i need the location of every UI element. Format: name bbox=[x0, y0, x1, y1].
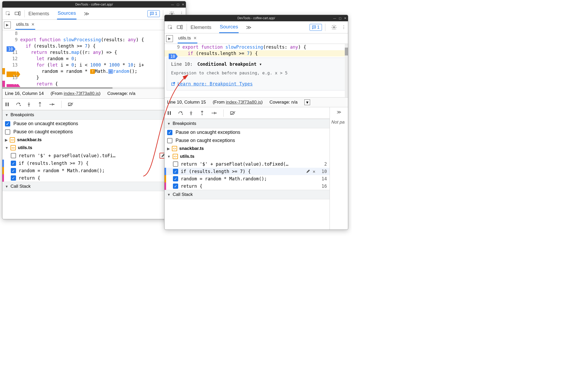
pause-caught-row[interactable]: Pause on caught exceptions bbox=[2, 128, 186, 136]
code-editor[interactable]: 9export function slowProcessing(results:… bbox=[165, 44, 348, 97]
vertical-scrollbar[interactable] bbox=[345, 44, 348, 97]
bp-entry-line: 14 bbox=[320, 176, 327, 181]
close-tab-icon[interactable]: ✕ bbox=[31, 22, 35, 27]
horizontal-scrollbar[interactable] bbox=[2, 87, 186, 89]
file-tab-label: utils.ts bbox=[16, 22, 29, 27]
step-out-icon[interactable] bbox=[38, 102, 44, 107]
pause-uncaught-row[interactable]: ✓ Pause on uncaught exceptions bbox=[165, 128, 330, 136]
source-link[interactable]: index-73f73a80.js bbox=[226, 100, 261, 105]
bp-entry[interactable]: ✓ random = random * Math.random(); 14 bbox=[2, 167, 186, 174]
step-icon[interactable] bbox=[211, 111, 217, 115]
issues-button[interactable]: 1 bbox=[310, 24, 322, 31]
bp-entry[interactable]: ✓ if (results.length >= 7) { 10 bbox=[2, 160, 186, 167]
step-into-icon[interactable] bbox=[189, 111, 195, 115]
bp-entry-code: return '$' + parseFloat(value).toFi… bbox=[19, 153, 160, 158]
inspect-icon[interactable] bbox=[4, 10, 12, 17]
pause-icon[interactable] bbox=[5, 102, 11, 106]
checkbox-icon[interactable] bbox=[167, 138, 172, 143]
file-tab-utils[interactable]: utils.ts ✕ bbox=[178, 34, 197, 43]
close-button[interactable]: ✕ bbox=[182, 3, 184, 6]
tab-more[interactable]: ≫ bbox=[84, 11, 89, 17]
checkbox-checked-icon[interactable]: ✓ bbox=[173, 176, 178, 181]
inspect-icon[interactable] bbox=[167, 24, 174, 31]
checkbox-icon[interactable] bbox=[173, 161, 178, 167]
step-out-icon[interactable] bbox=[200, 111, 206, 115]
step-icon[interactable] bbox=[49, 103, 55, 106]
navigator-toggle-icon[interactable]: ▶ bbox=[166, 35, 173, 42]
bp-entry[interactable]: ✓ random = random * Math.random(); 14 bbox=[165, 175, 330, 182]
tab-more[interactable]: ≫ bbox=[246, 24, 252, 30]
tab-elements[interactable]: Elements bbox=[190, 22, 212, 33]
titlebar: DevTools - coffee-cart.app/ — ▢ ✕ bbox=[2, 1, 186, 8]
tab-sources[interactable]: Sources bbox=[57, 8, 76, 19]
edit-breakpoint-icon[interactable] bbox=[306, 169, 310, 174]
breakpoints-header[interactable]: ▼ Breakpoints bbox=[165, 119, 330, 128]
issues-count: 1 bbox=[155, 11, 157, 16]
close-tab-icon[interactable]: ✕ bbox=[193, 36, 197, 40]
bp-entry-code: random = random * Math.random(); bbox=[19, 168, 173, 173]
step-over-icon[interactable] bbox=[16, 102, 22, 106]
svg-rect-18 bbox=[181, 25, 182, 29]
bp-file-snackbar[interactable]: ▶ <> snackbar.ts bbox=[2, 136, 186, 144]
devtools-window-right: DevTools - coffee-cart.app/ — ▢ ✕ Elemen… bbox=[164, 15, 348, 230]
bp-file-snackbar[interactable]: ▶ <> snackbar.ts bbox=[165, 145, 330, 152]
deactivate-breakpoints-icon[interactable] bbox=[68, 102, 74, 106]
checkbox-checked-icon[interactable]: ✓ bbox=[11, 161, 16, 166]
bp-entry[interactable]: return '$' + parseFloat(value).toFixed(…… bbox=[165, 160, 330, 168]
callstack-header[interactable]: ▼ Call Stack bbox=[2, 182, 186, 191]
file-tab-utils[interactable]: utils.ts ✕ bbox=[16, 20, 35, 30]
checkbox-checked-icon[interactable]: ✓ bbox=[11, 175, 16, 181]
checkbox-icon[interactable] bbox=[5, 129, 10, 135]
learn-more-link[interactable]: Learn more: Breakpoint Types bbox=[177, 81, 253, 86]
checkbox-checked-icon[interactable]: ✓ bbox=[173, 169, 178, 174]
bp-entry-line: 16 bbox=[320, 184, 327, 189]
watch-panel: ≫ Not pa bbox=[330, 107, 348, 230]
tab-elements[interactable]: Elements bbox=[28, 8, 50, 19]
checkbox-checked-icon[interactable]: ✓ bbox=[173, 184, 178, 189]
breakpoint-condition-input[interactable]: Expression to check before pausing, e.g.… bbox=[171, 70, 341, 75]
bp-file-utils[interactable]: ▼ <> utils.ts bbox=[165, 152, 330, 160]
checkbox-checked-icon[interactable]: ✓ bbox=[11, 168, 16, 173]
svg-rect-2 bbox=[19, 12, 20, 15]
checkbox-checked-icon[interactable]: ✓ bbox=[167, 130, 172, 135]
breakpoints-header[interactable]: ▼ Breakpoints bbox=[2, 110, 186, 120]
remove-breakpoint-icon[interactable]: ✕ bbox=[313, 169, 315, 174]
bp-file-utils[interactable]: ▼ <> utils.ts bbox=[2, 144, 186, 152]
bp-entry[interactable]: ✓ return { 16 bbox=[165, 182, 330, 190]
bp-entry[interactable]: ✓ if (results.length >= 7) { ✕ 10 bbox=[165, 168, 330, 175]
bp-file-label: utils.ts bbox=[18, 145, 32, 150]
device-icon[interactable] bbox=[176, 24, 183, 31]
checkbox-icon[interactable] bbox=[11, 153, 16, 158]
file-tab-label: utils.ts bbox=[178, 35, 191, 41]
close-button[interactable]: ✕ bbox=[344, 17, 346, 20]
code-editor[interactable]: 8 9export function slowProcessing(result… bbox=[2, 30, 186, 89]
maximize-button[interactable]: ▢ bbox=[177, 3, 179, 6]
settings-icon[interactable] bbox=[331, 24, 337, 30]
breakpoint-type-dropdown[interactable]: Conditional breakpoint ▾ bbox=[197, 62, 262, 67]
deactivate-breakpoints-icon[interactable] bbox=[230, 111, 236, 115]
kebab-menu-icon[interactable]: ⋮ bbox=[342, 25, 346, 30]
device-icon[interactable] bbox=[14, 10, 21, 17]
panel-more-icon[interactable]: ≫ bbox=[331, 109, 346, 115]
callstack-label: Call Stack bbox=[11, 184, 31, 189]
checkbox-checked-icon[interactable]: ✓ bbox=[5, 121, 10, 126]
toggle-detail-icon[interactable]: ▾ bbox=[304, 99, 310, 105]
source-link[interactable]: index-73f73a80.js bbox=[64, 91, 99, 96]
step-over-icon[interactable] bbox=[178, 111, 184, 115]
bp-entry[interactable]: ✓ return { 16 bbox=[2, 174, 186, 182]
maximize-button[interactable]: ▢ bbox=[339, 17, 341, 20]
file-tabs-bar: ▶ utils.ts ✕ bbox=[165, 33, 348, 44]
pause-uncaught-row[interactable]: ✓ Pause on uncaught exceptions bbox=[2, 120, 186, 128]
callstack-header[interactable]: ▼ Call Stack bbox=[165, 190, 330, 199]
minimize-button[interactable]: — bbox=[333, 17, 336, 20]
pause-icon[interactable] bbox=[167, 111, 173, 115]
issues-button[interactable]: 1 bbox=[147, 10, 160, 17]
debugger-toolbar bbox=[165, 107, 330, 119]
tab-sources[interactable]: Sources bbox=[219, 21, 239, 33]
minimize-button[interactable]: — bbox=[171, 3, 174, 6]
step-into-icon[interactable] bbox=[27, 102, 33, 107]
svg-rect-23 bbox=[168, 111, 169, 115]
pause-caught-row[interactable]: Pause on caught exceptions bbox=[165, 136, 330, 145]
navigator-toggle-icon[interactable]: ▶ bbox=[4, 22, 11, 28]
bp-entry[interactable]: return '$' + parseFloat(value).toFi… ✕ 2 bbox=[2, 152, 186, 160]
